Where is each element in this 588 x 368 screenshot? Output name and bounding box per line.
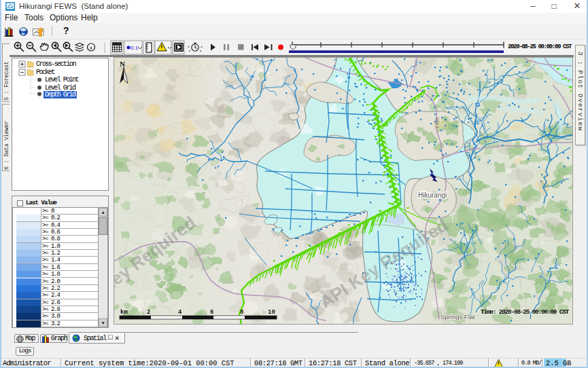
svg-text:10: 10 <box>268 309 275 316</box>
svg-text:2: 2 <box>147 309 150 316</box>
svg-text:Hikurangi: Hikurangi <box>418 191 447 199</box>
svg-text:8: 8 <box>240 309 243 316</box>
svg-text:6: 6 <box>210 309 213 316</box>
svg-text:Time: 2020-08-25 00:00:00 CST: Time: 2020-08-25 00:00:00 CST <box>481 308 570 316</box>
svg-text:0.1: 0.1 <box>131 45 139 51</box>
svg-text:Springs Flat: Springs Flat <box>440 313 475 320</box>
svg-text:N: N <box>120 60 125 68</box>
svg-text:km: km <box>120 309 128 316</box>
svg-text:SH 1: SH 1 <box>434 117 440 129</box>
svg-text:4: 4 <box>178 309 182 316</box>
